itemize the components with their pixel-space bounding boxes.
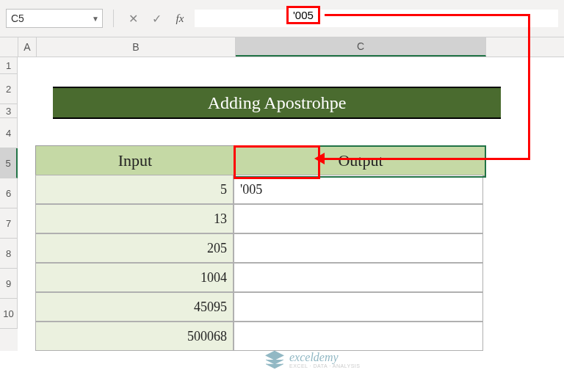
row-header-10[interactable]: 10 [0, 299, 18, 329]
row-header-6[interactable]: 6 [0, 178, 18, 208]
header-input[interactable]: Input [35, 145, 235, 176]
formula-highlight-box: '005 [286, 6, 320, 24]
arrow-segment-1 [325, 14, 530, 16]
watermark-logo-icon [264, 349, 285, 370]
cell-B5[interactable]: 5 [35, 175, 234, 204]
column-headers: A B C [0, 37, 564, 57]
cancel-icon[interactable]: ✕ [124, 10, 142, 27]
cell-C9[interactable] [234, 292, 483, 322]
watermark: exceldemy EXCEL · DATA · ANALYSIS [264, 349, 360, 370]
row-header-2[interactable]: 2 [0, 74, 18, 104]
row-header-1[interactable]: 1 [0, 57, 18, 74]
formula-bar-input[interactable]: '005 [195, 10, 558, 27]
cell-B7[interactable]: 205 [35, 233, 234, 263]
row-headers: 1 2 3 4 5 6 7 8 9 10 [0, 57, 18, 351]
arrow-head-icon [314, 153, 325, 164]
header-output[interactable]: Output [235, 145, 486, 176]
select-all-corner[interactable] [0, 37, 18, 57]
row-header-9[interactable]: 9 [0, 269, 18, 299]
formula-highlight-text: '005 [293, 9, 314, 21]
row-header-7[interactable]: 7 [0, 208, 18, 239]
cell-B9[interactable]: 45095 [35, 292, 234, 322]
cell-C8[interactable] [234, 263, 483, 292]
cell-C10[interactable] [234, 322, 483, 351]
name-box-value: C5 [11, 12, 24, 24]
cell-B6[interactable]: 13 [35, 204, 234, 233]
cell-C6[interactable] [234, 204, 483, 233]
cell-B10[interactable]: 500068 [35, 322, 234, 351]
row-header-3[interactable]: 3 [0, 104, 18, 118]
row-header-5[interactable]: 5 [0, 148, 18, 178]
cell-B8[interactable]: 1004 [35, 263, 234, 292]
cell-area[interactable]: Adding Apostrohpe Input Output 5 '005 13… [18, 57, 501, 351]
col-header-B[interactable]: B [37, 37, 236, 57]
fx-icon[interactable]: fx [171, 10, 189, 27]
name-box[interactable]: C5 ▼ [6, 9, 103, 28]
spreadsheet-grid: A B C 1 2 3 4 5 6 7 8 9 10 Adding Apostr… [0, 37, 564, 351]
col-header-C[interactable]: C [236, 37, 486, 57]
cell-C5[interactable]: '005 [234, 175, 483, 204]
arrow-segment-3 [323, 158, 530, 160]
row-header-8[interactable]: 8 [0, 239, 18, 269]
formula-bar-row: C5 ▼ ✕ ✓ fx '005 [0, 0, 564, 37]
cell-C7[interactable] [234, 233, 483, 263]
watermark-subtext: EXCEL · DATA · ANALYSIS [289, 363, 360, 369]
chevron-down-icon[interactable]: ▼ [92, 15, 99, 23]
row-header-4[interactable]: 4 [0, 118, 18, 148]
check-icon[interactable]: ✓ [148, 10, 165, 27]
separator [113, 10, 114, 27]
col-header-A[interactable]: A [18, 37, 37, 57]
watermark-text: exceldemy [289, 352, 360, 363]
title-cell[interactable]: Adding Apostrohpe [53, 87, 501, 119]
arrow-segment-2 [528, 14, 530, 159]
